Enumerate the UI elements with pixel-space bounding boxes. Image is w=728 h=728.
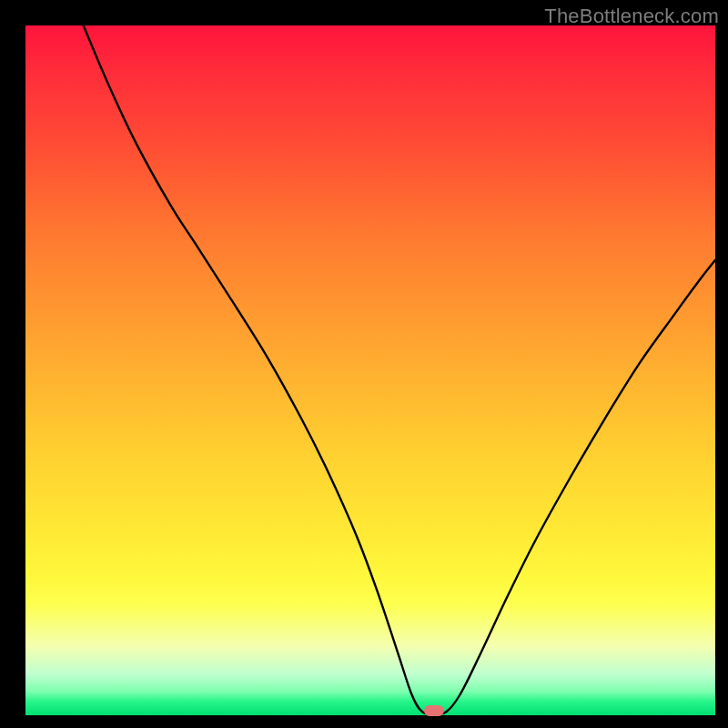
plot-area <box>25 25 715 715</box>
bottleneck-curve <box>25 25 715 715</box>
optimum-marker <box>424 705 444 716</box>
watermark-text: TheBottleneck.com <box>544 5 719 28</box>
chart-frame: TheBottleneck.com <box>0 0 728 728</box>
